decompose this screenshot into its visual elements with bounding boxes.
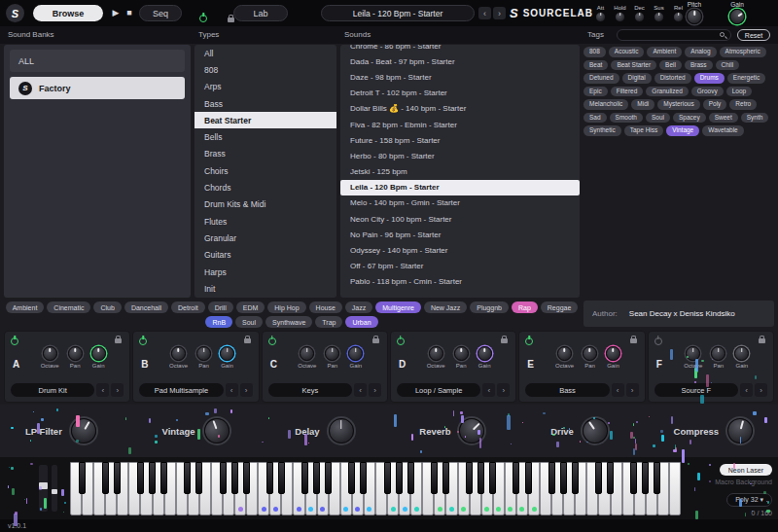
black-key[interactable] [114,462,121,494]
genre-pill[interactable]: Jazz [345,301,372,313]
black-key[interactable] [477,462,484,494]
type-item[interactable]: Bass [194,95,336,112]
gain-knob[interactable] [726,6,748,27]
tag-pill[interactable]: Loop [726,87,752,97]
tag-pill[interactable]: Smooth [610,113,643,124]
black-key[interactable] [513,462,519,494]
tag-pill[interactable]: Epic [584,87,608,97]
mod-wheel-slider[interactable] [52,465,57,512]
tag-pill[interactable]: Ambient [647,47,682,57]
channel-prev-button[interactable]: ‹ [740,383,753,397]
genre-pill[interactable]: Multigenre [375,301,421,313]
black-key[interactable] [325,462,332,494]
type-item[interactable]: Beat Starter [194,112,336,128]
seq-button[interactable]: Seq [139,5,182,21]
tag-pill[interactable]: Chill [716,60,740,71]
black-key[interactable] [266,462,273,494]
black-key[interactable] [442,462,449,494]
octave-knob[interactable] [686,346,700,361]
lab-button[interactable]: Lab [233,5,288,21]
tag-search-input[interactable] [617,29,731,41]
channel-lock-icon[interactable] [372,338,379,343]
sound-item[interactable]: Jetski - 125 bpm [340,164,580,180]
black-key[interactable] [630,462,637,494]
tag-pill[interactable]: Beat [584,60,608,71]
black-key[interactable] [560,462,567,494]
black-key[interactable] [525,462,532,494]
black-key[interactable] [384,462,391,494]
channel-next-button[interactable]: › [111,383,124,397]
tag-pill[interactable]: Vintage [666,125,699,136]
tag-pill[interactable]: Analog [685,47,716,57]
genre-pill[interactable]: Club [93,301,121,313]
gain-knob[interactable] [220,346,234,361]
type-item[interactable]: 808 [194,61,336,78]
genre-pill[interactable]: Soul [235,316,263,328]
play-icon[interactable]: ▶ [110,6,122,19]
sound-item[interactable]: Melo - 140 bpm - Gmin - Starter [340,195,580,211]
sound-item[interactable]: Dada - Beat - 97 bpm - Starter [340,53,580,69]
channel-source-name[interactable]: Keys [268,383,352,397]
black-key[interactable] [184,462,191,494]
black-key[interactable] [466,462,473,494]
channel-source-name[interactable]: Bass [525,383,609,397]
genre-pill[interactable]: Reggae [541,301,579,313]
type-item[interactable]: Flutes [194,213,336,230]
octave-knob[interactable] [43,346,57,361]
tag-pill[interactable]: Retro [729,99,757,110]
effect-knob[interactable] [66,413,101,448]
seq-power-icon[interactable] [199,15,207,22]
tag-pill[interactable]: Energetic [727,73,765,84]
genre-pill[interactable]: Dancehall [124,301,168,313]
channel-next-button[interactable]: › [755,383,767,397]
genre-pill[interactable]: Cinematic [47,301,90,313]
tag-pill[interactable]: Filtered [611,87,644,97]
sound-item[interactable]: Herbo - 80 bpm - Starter [340,148,580,163]
tag-pill[interactable]: Synth [741,113,769,124]
genre-pill[interactable]: Trap [315,316,342,328]
genre-pill[interactable]: Synthwave [265,316,312,328]
genre-pill[interactable]: Pluggnb [470,301,509,313]
tag-pill[interactable]: Brass [685,60,713,71]
genre-pill[interactable]: EDM [236,301,265,313]
genre-pill[interactable]: Urban [345,316,377,328]
sound-item[interactable]: Neon City - 100 bpm - Starter [340,211,580,227]
tag-pill[interactable]: Wavetable [702,125,743,136]
tag-pill[interactable]: Sweet [709,113,738,124]
black-key[interactable] [642,462,649,494]
tag-pill[interactable]: Synthetic [584,125,621,136]
black-key[interactable] [278,462,285,494]
black-key[interactable] [654,462,660,494]
tag-pill[interactable]: Beat Starter [611,60,656,71]
white-key[interactable] [669,462,681,515]
channel-source-name[interactable]: Drum Kit [11,383,94,397]
tag-pill[interactable]: Acoustic [609,47,645,57]
tag-pill[interactable]: Bell [659,60,682,71]
effect-knob[interactable] [578,413,613,448]
genre-pill[interactable]: RnB [205,316,232,328]
channel-power-icon[interactable] [11,337,18,345]
channel-power-icon[interactable] [654,337,662,345]
channel-power-icon[interactable] [525,337,533,345]
bank-item[interactable]: ALL [10,50,185,72]
octave-knob[interactable] [557,346,572,361]
tag-pill[interactable]: Groovy [691,87,724,97]
genre-pill[interactable]: Drill [208,301,233,313]
black-key[interactable] [301,462,308,494]
sound-item[interactable]: Detroit T - 102 bpm - Starter [340,86,580,101]
pan-knob[interactable] [583,346,597,361]
tag-pill[interactable]: 808 [584,47,606,57]
channel-lock-icon[interactable] [244,338,251,343]
adsr-knob[interactable] [595,12,606,22]
black-key[interactable] [220,462,227,494]
type-item[interactable]: Granular [194,230,336,246]
tag-pill[interactable]: Poly [703,99,727,110]
octave-knob[interactable] [171,346,186,361]
sound-item[interactable]: Daze - 98 bpm - Starter [340,69,580,85]
channel-prev-button[interactable]: ‹ [482,383,495,397]
genre-pill[interactable]: Rap [512,301,538,313]
channel-source-name[interactable]: Source F [654,383,738,397]
preset-next-button[interactable]: › [493,7,506,19]
channel-power-icon[interactable] [268,337,276,345]
genre-pill[interactable]: Ambient [6,301,45,313]
